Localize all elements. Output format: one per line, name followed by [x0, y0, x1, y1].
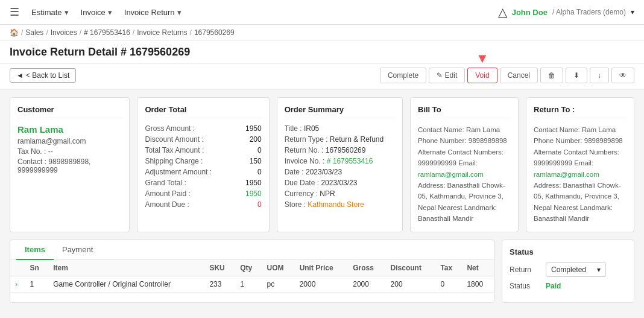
col-qty: Qty	[235, 260, 262, 276]
col-sn: Sn	[25, 260, 49, 276]
github-icon: △	[498, 5, 507, 19]
order-summary-card: Order Summary Title : IR05 Return Type :…	[277, 97, 403, 232]
items-table: Sn Item SKU Qty UOM Unit Price Gross Dis…	[10, 260, 494, 293]
nav-invoice[interactable]: Invoice ▾	[81, 8, 112, 17]
os-date: Date : 2023/03/23	[285, 168, 395, 176]
row-unit-price: 2000	[295, 276, 349, 292]
nav-user-area: △ John Doe / Alpha Traders (demo) ▾	[498, 5, 634, 19]
col-uom: UOM	[262, 260, 295, 276]
breadcrumb-return-id: 1679560269	[194, 28, 235, 37]
col-discount: Discount	[386, 260, 436, 276]
row-uom: pc	[262, 276, 295, 292]
return-to-card: Return To : Contact Name: Ram Lama Phone…	[526, 97, 634, 232]
customer-contact: Contact : 9898989898, 9999999999	[17, 157, 122, 174]
void-wrapper: ▼ Void	[467, 68, 497, 83]
bill-to-text: Contact Name: Ram Lama Phone Number: 989…	[418, 124, 511, 224]
ot-row-paid: Amount Paid : 1950	[145, 189, 261, 198]
col-item: Item	[48, 260, 204, 276]
delete-button[interactable]: 🗑	[540, 68, 563, 83]
os-store: Store : Kathmandu Store	[285, 200, 395, 209]
tabs-bar: Items Payment	[10, 240, 494, 260]
nav-estimate[interactable]: Estimate ▾	[31, 8, 69, 17]
breadcrumb-invoice-returns[interactable]: Invoice Returns	[137, 28, 187, 37]
order-total-card: Order Total Gross Amount : 1950 Discount…	[137, 97, 269, 232]
ot-row-discount: Discount Amount : 200	[145, 135, 261, 144]
return-label: Return	[510, 266, 540, 274]
bottom-section: Items Payment Sn Item SKU Qty UOM Unit P…	[0, 240, 644, 310]
bill-to-title: Bill To	[418, 105, 511, 118]
os-return-no: Return No. : 1679560269	[285, 146, 395, 154]
ot-row-tax: Total Tax Amount : 0	[145, 146, 261, 154]
home-icon[interactable]: 🏠	[10, 28, 19, 37]
breadcrumb-sales[interactable]: Sales	[25, 28, 43, 37]
top-nav: ☰ Estimate ▾ Invoice ▾ Invoice Return ▾ …	[0, 0, 644, 25]
page-title: Invoice Return Detail # 1679560269	[10, 46, 634, 63]
bill-to-card: Bill To Contact Name: Ram Lama Phone Num…	[410, 97, 519, 232]
breadcrumb-invoice-id[interactable]: # 1679553416	[84, 28, 130, 37]
download-button[interactable]: ⬇	[566, 68, 587, 83]
os-currency: Currency : NPR	[285, 189, 395, 198]
return-to-title: Return To :	[534, 105, 627, 118]
back-to-list-button[interactable]: ◄ < Back to List	[10, 68, 76, 83]
order-summary-title: Order Summary	[285, 105, 395, 118]
ot-row-adjustment: Adjustment Amount : 0	[145, 168, 261, 176]
invoice-arrow-icon: ▾	[108, 8, 112, 17]
view-button[interactable]: 👁	[611, 68, 634, 83]
status-return-dropdown[interactable]: Completed ▾	[546, 262, 606, 277]
return-to-text: Contact Name: Ram Lama Phone Number: 989…	[534, 124, 627, 224]
main-content: Customer Ram Lama ramlama@gmail.com Tax …	[0, 90, 644, 240]
complete-button[interactable]: Complete	[380, 68, 426, 83]
row-tax: 0	[435, 276, 462, 292]
ot-row-gross: Gross Amount : 1950	[145, 124, 261, 133]
col-tax: Tax	[435, 260, 462, 276]
nav-invoice-return[interactable]: Invoice Return ▾	[124, 8, 182, 17]
tab-payment[interactable]: Payment	[54, 240, 101, 259]
row-sn: 1	[25, 276, 49, 292]
toolbar-actions: Complete ✎ Edit ▼ Void Cancel 🗑 ⬇ ↓ 👁	[380, 68, 634, 83]
table-header-row: Sn Item SKU Qty UOM Unit Price Gross Dis…	[10, 260, 494, 276]
col-sku: SKU	[204, 260, 235, 276]
toolbar: ◄ < Back to List Complete ✎ Edit ▼ Void …	[0, 64, 644, 90]
status-paid-value: Paid	[546, 282, 561, 290]
status-dropdown-arrow-icon: ▾	[597, 266, 601, 274]
table-row: › 1 Game Controller / Original Controlle…	[10, 276, 494, 292]
cancel-button[interactable]: Cancel	[500, 68, 538, 83]
row-expand-arrow[interactable]: ›	[10, 276, 25, 292]
invoice-return-arrow-icon: ▾	[177, 8, 182, 17]
row-discount: 200	[386, 276, 436, 292]
os-invoice-no: Invoice No. : # 1679553416	[285, 157, 395, 165]
hamburger-icon[interactable]: ☰	[10, 5, 19, 19]
company-name: / Alpha Traders (demo)	[552, 8, 626, 16]
arrow-indicator: ▼	[476, 51, 489, 66]
col-unit-price: Unit Price	[295, 260, 349, 276]
row-net: 1800	[462, 276, 494, 292]
customer-section-title: Customer	[17, 105, 122, 118]
edit-button[interactable]: ✎ Edit	[429, 68, 465, 83]
export-button[interactable]: ↓	[590, 68, 609, 83]
os-return-type: Return Type : Return & Refund	[285, 135, 395, 144]
status-card: Status Return Completed ▾ Status Paid	[502, 240, 634, 303]
row-sku: 233	[204, 276, 235, 292]
customer-card: Customer Ram Lama ramlama@gmail.com Tax …	[10, 97, 130, 232]
status-return-value: Completed	[551, 266, 586, 274]
ot-row-grand: Grand Total : 1950	[145, 179, 261, 187]
os-title: Title : IR05	[285, 124, 395, 133]
tab-items[interactable]: Items	[16, 240, 54, 260]
row-qty: 1	[235, 276, 262, 292]
customer-email: ramlama@gmail.com	[17, 137, 122, 145]
ot-row-due: Amount Due : 0	[145, 200, 261, 209]
items-payment-card: Items Payment Sn Item SKU Qty UOM Unit P…	[10, 240, 494, 303]
user-name: John Doe	[512, 8, 548, 17]
customer-name: Ram Lama	[17, 124, 122, 135]
customer-tax: Tax No. : --	[17, 147, 122, 156]
col-net: Net	[462, 260, 494, 276]
status-paid-label: Status	[510, 282, 540, 290]
void-button[interactable]: Void	[467, 68, 497, 83]
back-arrow-icon: ◄	[16, 71, 24, 80]
user-dropdown-arrow-icon[interactable]: ▾	[631, 8, 634, 16]
ot-row-shipping: Shipping Charge : 150	[145, 157, 261, 165]
breadcrumb-invoices[interactable]: Invoices	[51, 28, 77, 37]
order-total-title: Order Total	[145, 105, 261, 118]
col-gross: Gross	[348, 260, 385, 276]
page-title-bar: Invoice Return Detail # 1679560269	[0, 41, 644, 64]
